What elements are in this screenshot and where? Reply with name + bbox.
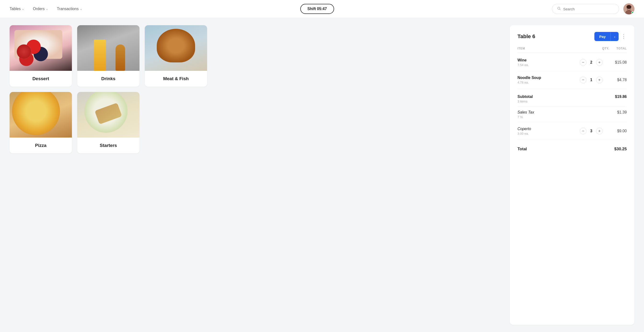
salestax-sublabel: 7 % <box>518 115 534 119</box>
chevron-down-icon: ⌄ <box>22 7 24 11</box>
category-meatfish[interactable]: Meat & Fish <box>145 25 207 87</box>
qty-control-noodlesoup: − 1 + <box>580 77 603 83</box>
total-value: $30.25 <box>614 147 627 151</box>
total-label: Total <box>518 147 527 151</box>
col-qty: QTY. <box>602 47 609 50</box>
category-dessert[interactable]: Dessert <box>10 25 72 87</box>
shift-badge: Shift 05:47 <box>300 4 334 14</box>
salestax-info: Sales Tax 7 % <box>518 110 534 119</box>
nav-orders-label: Orders <box>33 7 44 11</box>
table-title: Table 6 <box>518 33 535 40</box>
item-name-wine: Wine <box>518 58 572 62</box>
increment-noodlesoup[interactable]: + <box>596 77 603 83</box>
increment-coperto[interactable]: + <box>596 128 603 134</box>
drinks-image <box>77 25 140 71</box>
nav-tables-label: Tables <box>10 7 20 11</box>
svg-line-1 <box>560 9 560 10</box>
drinks-label: Drinks <box>77 71 140 87</box>
order-item-wine: Wine 7.54 ea. − 2 + $15.08 <box>518 54 627 71</box>
app-header: Tables ⌄ Orders ⌄ Transactions ⌄ Shift 0… <box>0 0 644 18</box>
svg-point-0 <box>558 7 560 9</box>
decrement-wine[interactable]: − <box>580 59 586 66</box>
coperto-sublabel: 3.00 ea. <box>518 132 572 135</box>
order-column-headers: ITEM QTY. TOTAL <box>518 47 627 53</box>
nav-orders[interactable]: Orders ⌄ <box>33 7 48 11</box>
chevron-down-icon: ⌄ <box>46 7 48 11</box>
category-starters[interactable]: Starters <box>77 92 140 153</box>
search-bar[interactable] <box>552 4 619 14</box>
subtotal-value: $19.86 <box>615 95 627 99</box>
coperto-value: $9.00 <box>610 129 627 133</box>
col-item: ITEM <box>518 47 595 50</box>
item-info-noodlesoup: Noodle Soup 4.78 ea. <box>518 76 572 84</box>
search-icon <box>557 7 561 11</box>
category-grid: Dessert Drinks Meat & Fish Pizza Starter… <box>10 25 502 325</box>
coperto-label: Coperto <box>518 127 572 131</box>
more-options-button[interactable]: ⋮ <box>621 33 627 40</box>
coperto-row: Coperto 3.00 ea. − 3 + $9.00 <box>518 122 627 140</box>
col-total: TOTAL <box>616 47 627 50</box>
qty-control-coperto: − 3 + <box>580 128 603 134</box>
pizza-label: Pizza <box>10 137 72 153</box>
online-indicator <box>631 11 634 14</box>
salestax-label: Sales Tax <box>518 110 534 114</box>
decrement-noodlesoup[interactable]: − <box>580 77 586 83</box>
nav-group: Tables ⌄ Orders ⌄ Transactions ⌄ <box>10 7 82 11</box>
qty-value-wine: 2 <box>589 60 593 65</box>
subtotal-info: Subtotal 3 items <box>518 95 533 103</box>
order-summary: Subtotal 3 items $19.86 Sales Tax 7 % $1… <box>518 89 627 142</box>
item-price-wine: 7.54 ea. <box>518 63 572 67</box>
starters-label: Starters <box>77 137 140 153</box>
nav-transactions-label: Transactions <box>57 7 78 11</box>
increment-wine[interactable]: + <box>596 59 603 66</box>
pay-label: Pay <box>594 32 610 41</box>
search-input[interactable] <box>563 7 614 11</box>
category-pizza[interactable]: Pizza <box>10 92 72 153</box>
avatar <box>624 3 634 15</box>
shift-section: Shift 05:47 <box>300 4 334 14</box>
chevron-down-icon: ⌄ <box>80 7 82 11</box>
pay-chevron-icon[interactable]: ⌄ <box>611 33 618 41</box>
decrement-coperto[interactable]: − <box>580 128 586 134</box>
subtotal-sublabel: 3 items <box>518 100 533 103</box>
qty-control-wine: − 2 + <box>580 59 603 66</box>
pizza-image <box>10 92 72 137</box>
main-content: Dessert Drinks Meat & Fish Pizza Starter… <box>0 18 644 332</box>
subtotal-label: Subtotal <box>518 95 533 99</box>
qty-value-noodlesoup: 1 <box>589 78 593 82</box>
subtotal-row: Subtotal 3 items $19.86 <box>518 91 627 107</box>
item-total-noodlesoup: $4.78 <box>610 78 627 82</box>
order-item-noodlesoup: Noodle Soup 4.78 ea. − 1 + $4.78 <box>518 71 627 89</box>
starters-image <box>77 92 140 137</box>
header-actions: Pay ⌄ ⋮ <box>594 32 627 41</box>
item-info-wine: Wine 7.54 ea. <box>518 58 572 67</box>
dessert-label: Dessert <box>10 71 72 87</box>
coperto-info: Coperto 3.00 ea. <box>518 127 572 135</box>
meatfish-label: Meat & Fish <box>145 71 207 87</box>
total-row: Total $30.25 <box>518 142 627 152</box>
salestax-value: $1.39 <box>617 110 627 114</box>
nav-transactions[interactable]: Transactions ⌄ <box>57 7 82 11</box>
order-panel: Table 6 Pay ⌄ ⋮ ITEM QTY. TOTAL Wine 7.5… <box>510 25 634 325</box>
pay-button[interactable]: Pay ⌄ <box>594 32 618 41</box>
salestax-row: Sales Tax 7 % $1.39 <box>518 107 627 122</box>
qty-value-coperto: 3 <box>589 129 593 133</box>
svg-point-6 <box>626 5 631 9</box>
item-name-noodlesoup: Noodle Soup <box>518 76 572 80</box>
item-total-wine: $15.08 <box>610 60 627 65</box>
category-drinks[interactable]: Drinks <box>77 25 140 87</box>
meatfish-image <box>145 25 207 71</box>
order-header: Table 6 Pay ⌄ ⋮ <box>518 32 627 41</box>
nav-tables[interactable]: Tables ⌄ <box>10 7 24 11</box>
dessert-image <box>10 25 72 71</box>
header-right <box>552 3 634 15</box>
item-price-noodlesoup: 4.78 ea. <box>518 81 572 84</box>
